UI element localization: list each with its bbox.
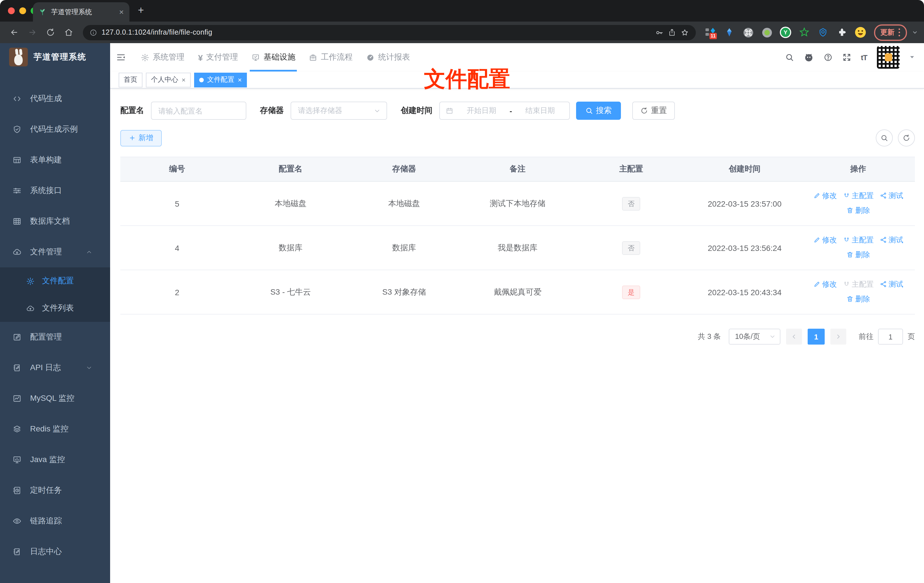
bookmark-star-icon[interactable] <box>680 28 689 36</box>
extension-y-icon[interactable]: Y <box>780 27 791 38</box>
master-link[interactable]: 主配置 <box>843 192 874 199</box>
github-icon[interactable] <box>804 52 813 63</box>
sidebar-item-java-monitor[interactable]: Java 监控 <box>0 444 110 475</box>
delete-link[interactable]: 删除 <box>846 251 870 258</box>
tab-close-icon[interactable]: × <box>119 8 124 16</box>
help-icon[interactable] <box>823 53 832 62</box>
search-button[interactable]: 搜索 <box>576 102 621 120</box>
address-bar[interactable]: 127.0.0.1:1024/infra/file/file-config <box>83 25 696 40</box>
tag-close-icon[interactable]: × <box>182 76 186 83</box>
nav-item-payment[interactable]: ¥ 支付管理 <box>191 43 245 71</box>
nav-item-reports[interactable]: 统计报表 <box>360 43 417 71</box>
sidebar-item-redis-monitor[interactable]: Redis 监控 <box>0 414 110 444</box>
tag-file-config[interactable]: 文件配置 × <box>194 73 247 87</box>
back-button[interactable] <box>6 24 23 41</box>
sidebar-item-system-api[interactable]: 系统接口 <box>0 175 110 206</box>
chevron-down-icon <box>86 365 92 371</box>
extension-emoji-icon[interactable] <box>855 27 866 38</box>
tag-profile[interactable]: 个人中心 × <box>146 73 191 87</box>
delete-link[interactable]: 删除 <box>846 295 870 302</box>
col-storage: 存储器 <box>347 157 461 182</box>
sidebar-logo[interactable]: 芋道管理系统 <box>0 43 110 71</box>
share-icon[interactable] <box>668 28 676 36</box>
extension-command-icon[interactable] <box>742 27 754 38</box>
site-info-icon[interactable] <box>90 29 97 36</box>
table-refresh-button[interactable] <box>898 129 915 147</box>
col-actions: 操作 <box>802 157 915 182</box>
table-search-toggle-button[interactable] <box>876 129 893 147</box>
close-window-button[interactable] <box>8 7 15 14</box>
sidebar-item-mysql-monitor[interactable]: MySQL 监控 <box>0 383 110 414</box>
primary-badge: 否 <box>622 241 640 254</box>
tag-home[interactable]: 首页 <box>119 73 142 87</box>
goto-page-input[interactable] <box>878 329 903 345</box>
next-page-button[interactable] <box>830 329 846 345</box>
page-size-select[interactable]: 10条/页 <box>729 329 780 345</box>
sidebar-item-db-doc[interactable]: 数据库文档 <box>0 206 110 237</box>
sidebar-item-file-list[interactable]: 文件列表 <box>0 295 110 322</box>
master-link[interactable]: 主配置 <box>843 236 874 244</box>
extension-blue-eye-icon[interactable] <box>817 27 829 38</box>
add-button[interactable]: 新增 <box>120 130 162 146</box>
logo-rabbit-avatar <box>9 48 28 66</box>
delete-link[interactable]: 删除 <box>846 206 870 214</box>
prev-page-button[interactable] <box>786 329 802 345</box>
tag-close-icon[interactable]: × <box>238 76 242 83</box>
sidebar-item-code-example[interactable]: 代码生成示例 <box>0 114 110 145</box>
end-date-placeholder[interactable]: 结束日期 <box>516 106 564 116</box>
sidebar-item-form-builder[interactable]: 表单构建 <box>0 145 110 175</box>
edit-link[interactable]: 修改 <box>813 236 837 244</box>
nav-item-workflow[interactable]: 工作流程 <box>302 43 360 71</box>
extension-puzzle-icon[interactable] <box>836 27 847 38</box>
reset-button[interactable]: 重置 <box>632 102 675 120</box>
chrome-update-menu[interactable]: 更新 <box>874 24 907 41</box>
edit-link[interactable]: 修改 <box>813 281 837 288</box>
home-button[interactable] <box>60 24 77 41</box>
url-text[interactable]: 127.0.0.1:1024/infra/file/file-config <box>102 28 650 36</box>
extension-gray-circle-icon[interactable] <box>761 27 772 38</box>
nav-item-system[interactable]: 系统管理 <box>134 43 191 71</box>
extension-green-star-icon[interactable] <box>799 27 810 38</box>
test-link[interactable]: 测试 <box>879 236 903 244</box>
col-remark: 备注 <box>461 157 574 182</box>
extension-tabs-icon[interactable]: 11 <box>705 27 716 38</box>
test-link[interactable]: 测试 <box>879 192 903 199</box>
monitor-chart-icon <box>13 455 21 464</box>
toolbar-overflow-caret-icon[interactable] <box>911 29 918 36</box>
password-key-icon[interactable] <box>655 28 663 36</box>
storage-select[interactable]: 请选择存储器 <box>290 102 387 120</box>
forward-button[interactable] <box>24 24 41 41</box>
browser-tab[interactable]: 芋道管理系统 × <box>33 2 129 21</box>
table-row: 2 S3 - 七牛云 S3 对象存储 戴佩妮真可爱 是 2022-03-15 2… <box>120 270 915 314</box>
config-name-input[interactable] <box>151 102 246 120</box>
fullscreen-icon[interactable] <box>842 53 851 62</box>
font-size-icon[interactable]: tT <box>861 53 867 61</box>
sidebar-item-code-generation[interactable]: 代码生成 <box>0 83 110 114</box>
extension-balloon-icon[interactable] <box>724 27 735 38</box>
sidebar-item-file-config[interactable]: 文件配置 <box>0 268 110 295</box>
sidebar-item-scheduled-tasks[interactable]: 定时任务 <box>0 475 110 506</box>
sidebar-item-api-log[interactable]: API 日志 <box>0 352 110 383</box>
header-search-icon[interactable] <box>785 53 794 62</box>
sidebar-item-log-center[interactable]: 日志中心 <box>0 537 110 567</box>
grid-table-icon <box>13 217 21 226</box>
page-number-current[interactable]: 1 <box>808 329 825 345</box>
magnet-icon <box>843 236 850 244</box>
sidebar-item-tracing[interactable]: 链路追踪 <box>0 506 110 537</box>
sidebar-collapse-icon[interactable] <box>116 52 126 63</box>
edit-link[interactable]: 修改 <box>813 192 837 199</box>
nav-item-infrastructure[interactable]: 基础设施 <box>245 43 302 71</box>
test-link[interactable]: 测试 <box>879 281 903 288</box>
avatar-caret-down-icon[interactable] <box>909 55 915 60</box>
minimize-window-button[interactable] <box>19 7 26 14</box>
sidebar-item-config-management[interactable]: 配置管理 <box>0 322 110 352</box>
sidebar-item-file-management[interactable]: 文件管理 <box>0 237 110 268</box>
new-tab-button[interactable]: + <box>138 5 144 17</box>
red-annotation-text: 文件配置 <box>424 65 510 94</box>
calendar-icon <box>446 107 454 115</box>
reload-button[interactable] <box>42 24 59 41</box>
trash-icon <box>846 206 854 214</box>
avatar-qr-image[interactable] <box>877 46 899 69</box>
start-date-placeholder[interactable]: 开始日期 <box>458 106 505 116</box>
date-range-picker[interactable]: 开始日期 - 结束日期 <box>439 102 570 120</box>
